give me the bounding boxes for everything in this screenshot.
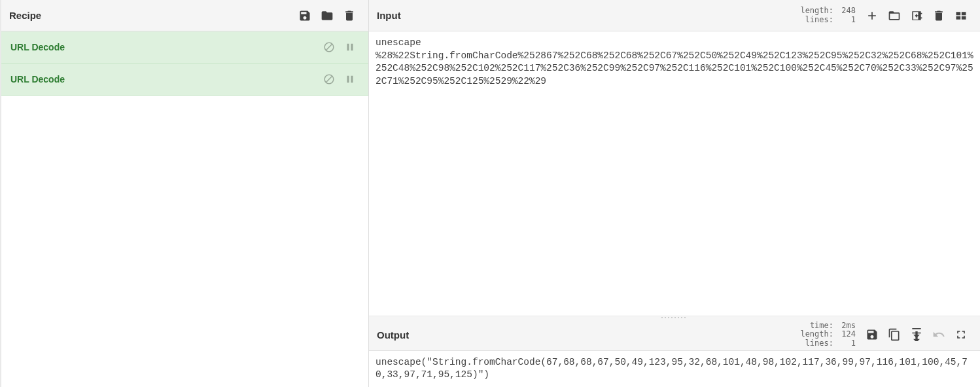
clear-recipe-button[interactable] — [338, 5, 360, 27]
reset-layout-button[interactable] — [950, 5, 972, 27]
replace-input-button[interactable] — [905, 323, 928, 346]
output-time-value: 2ms — [833, 322, 856, 331]
input-header: Input length: 248 lines: 1 — [369, 0, 980, 31]
input-length-value: 248 — [833, 7, 856, 16]
save-icon — [866, 328, 879, 341]
input-file-icon — [910, 9, 923, 22]
pause-icon — [344, 73, 356, 85]
output-length-label: length: — [794, 330, 833, 339]
output-time-label: time: — [794, 322, 833, 331]
output-stats: time: 2ms length: 124 lines: 1 — [794, 322, 856, 348]
undo-button[interactable] — [928, 323, 950, 346]
output-text: unescape("String.fromCharCode(67,68,68,6… — [369, 351, 980, 387]
pause-icon — [344, 41, 356, 53]
open-folder-button[interactable] — [883, 5, 905, 27]
input-lines-label: lines: — [794, 16, 833, 25]
input-lines-value: 1 — [833, 16, 856, 25]
copy-icon — [888, 328, 901, 341]
disable-icon — [323, 73, 335, 85]
load-recipe-button[interactable] — [316, 5, 338, 27]
operation-name: URL Decode — [10, 42, 317, 52]
output-header: Output time: 2ms length: 124 lines: 1 — [369, 320, 980, 351]
copy-output-button[interactable] — [883, 323, 905, 346]
disable-operation-button[interactable] — [320, 38, 338, 56]
save-output-button[interactable] — [861, 323, 883, 346]
output-lines-label: lines: — [794, 339, 833, 348]
trash-icon — [932, 9, 945, 22]
trash-icon — [343, 9, 356, 22]
io-column: Input length: 248 lines: 1 — [369, 0, 980, 387]
recipe-panel: Recipe URL Decode URL Decode — [1, 0, 369, 387]
input-stats: length: 248 lines: 1 — [794, 7, 856, 25]
input-panel: Input length: 248 lines: 1 — [369, 0, 980, 316]
input-textarea[interactable]: unescape %28%22String.fromCharCode%25286… — [369, 31, 980, 316]
operation-name: URL Decode — [10, 74, 317, 84]
folder-icon — [321, 9, 334, 22]
add-input-tab-button[interactable] — [861, 5, 883, 27]
output-panel: Output time: 2ms length: 124 lines: 1 — [369, 320, 980, 387]
layout-icon — [954, 9, 968, 22]
save-recipe-button[interactable] — [294, 5, 316, 27]
input-length-label: length: — [794, 7, 833, 16]
save-icon — [298, 9, 311, 22]
plus-icon — [866, 9, 879, 22]
output-lines-value: 1 — [833, 339, 856, 348]
open-file-button[interactable] — [905, 5, 928, 27]
move-up-icon — [910, 328, 923, 341]
output-length-value: 124 — [833, 330, 856, 339]
undo-icon — [932, 328, 945, 341]
fullscreen-icon — [954, 328, 968, 341]
recipe-operations-list[interactable]: URL Decode URL Decode — [1, 31, 368, 387]
disable-operation-button[interactable] — [320, 70, 338, 88]
recipe-operation[interactable]: URL Decode — [1, 64, 368, 96]
recipe-title: Recipe — [9, 10, 41, 21]
input-title: Input — [377, 10, 401, 21]
recipe-operation[interactable]: URL Decode — [1, 31, 368, 64]
pause-operation-button[interactable] — [341, 70, 359, 88]
clear-input-button[interactable] — [928, 5, 950, 27]
pause-operation-button[interactable] — [341, 38, 359, 56]
folder-outline-icon — [888, 9, 901, 22]
recipe-header: Recipe — [1, 0, 368, 31]
output-title: Output — [377, 329, 409, 341]
disable-icon — [323, 41, 335, 53]
maximise-output-button[interactable] — [950, 323, 972, 346]
